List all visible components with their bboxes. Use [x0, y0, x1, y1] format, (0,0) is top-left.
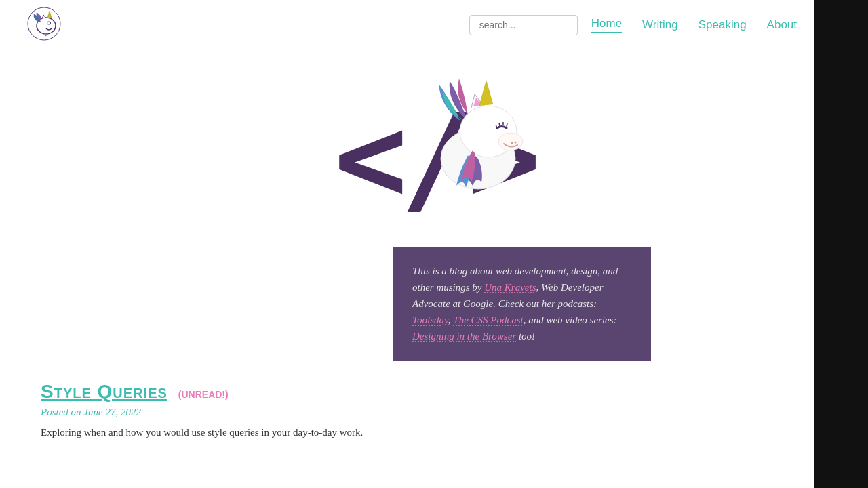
post-excerpt: Exploring when and how you would use sty… [41, 425, 502, 441]
info-video-text: , and web video series: [524, 314, 617, 325]
unicorn-illustration [410, 70, 546, 209]
svg-point-3 [47, 22, 50, 24]
nav-home[interactable]: Home [591, 17, 622, 33]
svg-point-12 [515, 142, 517, 144]
unicorn-svg [410, 70, 546, 206]
svg-point-6 [498, 133, 523, 150]
site-header: Home Writing Speaking About RSS [0, 0, 868, 50]
info-comma1: , [448, 314, 451, 325]
designing-browser-link[interactable]: Designing in the Browser [412, 331, 516, 342]
css-podcast-link[interactable]: The CSS Podcast [453, 314, 523, 325]
author-link[interactable]: Una Kravets [484, 282, 536, 293]
post-title-link[interactable]: Style Queries [41, 381, 167, 403]
svg-line-10 [507, 123, 507, 127]
nav-about[interactable]: About [767, 18, 797, 32]
nav-speaking[interactable]: Speaking [698, 18, 747, 32]
main-nav: Home Writing Speaking About RSS [591, 17, 841, 33]
toolsday-link[interactable]: Toolsday [412, 314, 448, 325]
hero-section: </> [0, 50, 868, 260]
angle-open: < [334, 98, 400, 220]
info-box-wrap: This is a blog about web development, de… [0, 247, 868, 361]
info-box: This is a blog about web development, de… [393, 247, 651, 361]
search-input[interactable] [469, 15, 578, 35]
info-too: too! [519, 331, 535, 342]
svg-point-11 [511, 142, 513, 144]
logo-icon [27, 7, 61, 41]
unread-badge: (Unread!) [178, 389, 229, 400]
logo-area[interactable] [27, 7, 61, 43]
posts-section: Style Queries (Unread!) Posted on June 2… [0, 361, 542, 461]
svg-line-8 [499, 123, 500, 126]
post-date: Posted on June 27, 2022 [41, 407, 502, 418]
hero-code-container: </> [264, 64, 604, 253]
side-bar [814, 0, 868, 488]
nav-writing[interactable]: Writing [642, 18, 678, 32]
post-title-row: Style Queries (Unread!) [41, 381, 502, 403]
